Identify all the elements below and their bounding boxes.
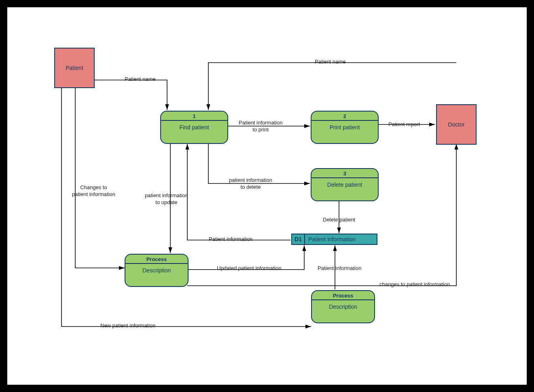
process-a: Process Description xyxy=(125,254,189,287)
flow-label: patient information to delete xyxy=(229,177,272,191)
flow-label: Patient report xyxy=(388,121,420,128)
entity-doctor: Doctor xyxy=(436,104,477,145)
datastore-id: D1 xyxy=(292,234,305,244)
frame: Patient Doctor 1 Find patient 2 Print pa… xyxy=(0,0,534,392)
entity-label: Doctor xyxy=(448,121,464,128)
flow-label: changes to patient information xyxy=(379,281,450,288)
process-label: Find patient xyxy=(161,121,227,134)
entity-label: Patient xyxy=(66,65,83,71)
process-number: Process xyxy=(125,255,188,264)
datastore-label: Patient information xyxy=(305,234,377,244)
flow-label: Delete patient xyxy=(323,217,355,223)
process-delete-patient: 3 Delete patient xyxy=(311,168,379,201)
flow-label: Patient information to print xyxy=(239,120,282,133)
process-label: Print patient xyxy=(312,121,378,134)
entity-patient: Patient xyxy=(54,48,95,88)
process-print-patient: 2 Print patient xyxy=(311,111,379,144)
process-label: Description xyxy=(312,300,374,313)
flow-label: Patient information xyxy=(209,236,252,243)
flow-label: patient information to update xyxy=(145,192,188,206)
canvas: Patient Doctor 1 Find patient 2 Print pa… xyxy=(7,7,527,385)
process-number: 2 xyxy=(312,112,378,121)
process-label: Delete patient xyxy=(312,178,378,191)
process-number: 3 xyxy=(312,169,378,178)
process-find-patient: 1 Find patient xyxy=(160,111,228,144)
process-number: 1 xyxy=(161,112,227,121)
flow-label: Patient information xyxy=(318,265,361,272)
flow-label: Changes to patient information xyxy=(72,184,115,198)
flow-label: Updated patient information xyxy=(217,265,282,272)
process-b: Process Description xyxy=(311,290,375,323)
flow-label: New patient information xyxy=(100,322,156,329)
process-number: Process xyxy=(312,291,374,300)
datastore-d1: D1 Patient information xyxy=(291,234,377,245)
process-label: Description xyxy=(125,264,188,277)
flow-label: Patient name xyxy=(125,76,156,83)
flow-label: Patient name xyxy=(315,59,346,65)
